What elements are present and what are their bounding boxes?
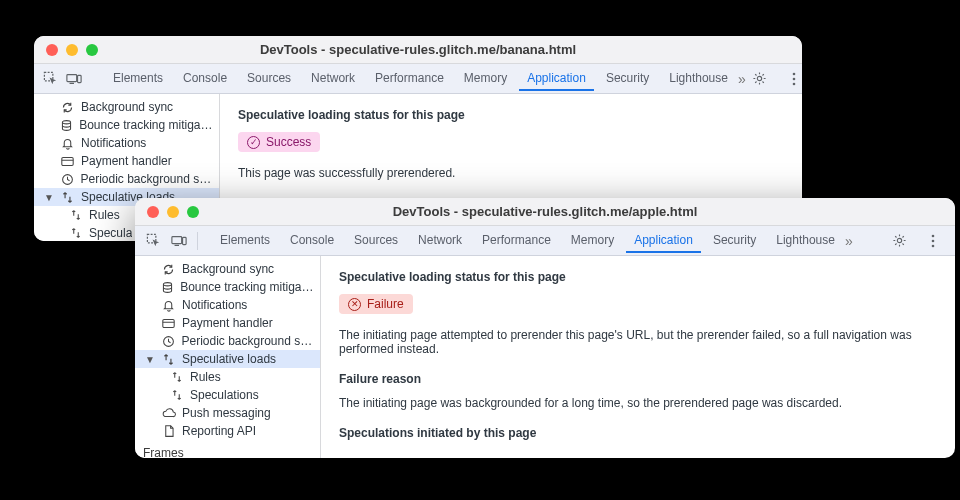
sidebar-item-speculations[interactable]: Speculations	[135, 386, 320, 404]
sidebar-item-periodic-sync[interactable]: Periodic background sync	[34, 170, 219, 188]
tabstrip: Elements Console Sources Network Perform…	[34, 64, 802, 94]
tabs: Elements Console Sources Network Perform…	[212, 228, 843, 253]
status-badge: ✕ Failure	[339, 294, 413, 314]
close-icon[interactable]	[46, 44, 58, 56]
svg-point-17	[163, 282, 171, 285]
more-tabs-icon[interactable]: »	[845, 233, 853, 249]
arrows-icon	[68, 209, 83, 221]
kebab-icon[interactable]	[924, 232, 942, 250]
sidebar-item-label: Specula	[89, 226, 132, 240]
tab-sources[interactable]: Sources	[346, 228, 406, 253]
clock-icon	[60, 173, 75, 186]
status-heading: Speculative loading status for this page	[339, 270, 937, 284]
sidebar-item-label: Reporting API	[182, 424, 256, 438]
sidebar-item-label: Rules	[89, 208, 120, 222]
database-icon	[59, 119, 73, 132]
sidebar-heading-frames: Frames	[135, 440, 320, 458]
sidebar-item-background-sync[interactable]: Background sync	[34, 98, 219, 116]
svg-point-4	[792, 72, 795, 75]
devtools-window-front: DevTools - speculative-rules.glitch.me/a…	[135, 198, 955, 458]
arrows-icon	[169, 389, 184, 401]
tab-performance[interactable]: Performance	[474, 228, 559, 253]
document-icon	[161, 425, 176, 438]
tab-application[interactable]: Application	[626, 228, 701, 253]
check-circle-icon: ✓	[247, 136, 260, 149]
sidebar-item-label: Background sync	[182, 262, 274, 276]
sidebar-item-label: Payment handler	[81, 154, 172, 168]
tab-security[interactable]: Security	[705, 228, 764, 253]
status-badge: ✓ Success	[238, 132, 320, 152]
x-circle-icon: ✕	[348, 298, 361, 311]
sidebar-item-push-messaging[interactable]: Push messaging	[135, 404, 320, 422]
clock-icon	[161, 335, 176, 348]
bell-icon	[60, 137, 75, 150]
device-icon[interactable]	[170, 232, 188, 250]
titlebar: DevTools - speculative-rules.glitch.me/b…	[34, 36, 802, 64]
tab-elements[interactable]: Elements	[105, 66, 171, 91]
tab-lighthouse[interactable]: Lighthouse	[661, 66, 736, 91]
svg-rect-18	[163, 319, 174, 327]
tab-lighthouse[interactable]: Lighthouse	[768, 228, 843, 253]
tab-console[interactable]: Console	[175, 66, 235, 91]
sidebar-item-periodic-sync[interactable]: Periodic background sync	[135, 332, 320, 350]
sidebar-item-label: Background sync	[81, 100, 173, 114]
minimize-icon[interactable]	[167, 206, 179, 218]
svg-rect-12	[183, 237, 187, 244]
sidebar-item-speculative-loads[interactable]: ▼Speculative loads	[135, 350, 320, 368]
database-icon	[160, 281, 174, 294]
card-icon	[161, 318, 176, 329]
speculations-heading: Speculations initiated by this page	[339, 426, 937, 440]
tab-network[interactable]: Network	[303, 66, 363, 91]
sidebar-item-notifications[interactable]: Notifications	[135, 296, 320, 314]
sidebar-item-bounce-tracking[interactable]: Bounce tracking mitigations	[135, 278, 320, 296]
sync-icon	[161, 263, 176, 276]
tab-network[interactable]: Network	[410, 228, 470, 253]
sidebar-item-label: Speculative loads	[182, 352, 276, 366]
caret-down-icon: ▼	[145, 354, 155, 365]
sidebar-item-label: Notifications	[81, 136, 146, 150]
kebab-icon[interactable]	[785, 70, 802, 88]
sidebar-item-rules[interactable]: Rules	[135, 368, 320, 386]
arrows-icon	[161, 353, 176, 366]
svg-point-14	[932, 234, 935, 237]
sidebar-item-reporting-api[interactable]: Reporting API	[135, 422, 320, 440]
tabs: Elements Console Sources Network Perform…	[105, 66, 736, 91]
tab-application[interactable]: Application	[519, 66, 594, 91]
device-icon[interactable]	[66, 70, 82, 88]
sidebar-item-bounce-tracking[interactable]: Bounce tracking mitigations	[34, 116, 219, 134]
sidebar-item-label: Bounce tracking mitigations	[180, 280, 316, 294]
sidebar-item-label: Speculations	[190, 388, 259, 402]
svg-point-16	[932, 244, 935, 247]
sidebar-item-payment-handler[interactable]: Payment handler	[135, 314, 320, 332]
zoom-icon[interactable]	[187, 206, 199, 218]
sidebar-item-notifications[interactable]: Notifications	[34, 134, 219, 152]
divider	[197, 232, 198, 250]
arrows-icon	[60, 191, 75, 204]
minimize-icon[interactable]	[66, 44, 78, 56]
gear-icon[interactable]	[890, 232, 908, 250]
inspect-icon[interactable]	[144, 232, 162, 250]
titlebar: DevTools - speculative-rules.glitch.me/a…	[135, 198, 955, 226]
tab-memory[interactable]: Memory	[563, 228, 622, 253]
arrows-icon	[68, 227, 83, 239]
sidebar-item-background-sync[interactable]: Background sync	[135, 260, 320, 278]
tab-memory[interactable]: Memory	[456, 66, 515, 91]
sidebar-item-label: Periodic background sync	[80, 172, 215, 186]
zoom-icon[interactable]	[86, 44, 98, 56]
tab-performance[interactable]: Performance	[367, 66, 452, 91]
close-icon[interactable]	[147, 206, 159, 218]
gear-icon[interactable]	[751, 70, 769, 88]
window-controls	[46, 44, 98, 56]
cloud-icon	[161, 408, 176, 419]
svg-point-13	[897, 238, 901, 242]
tab-elements[interactable]: Elements	[212, 228, 278, 253]
tab-sources[interactable]: Sources	[239, 66, 299, 91]
sidebar-item-label: Push messaging	[182, 406, 271, 420]
more-tabs-icon[interactable]: »	[738, 71, 746, 87]
content-pane: Speculative loading status for this page…	[321, 256, 955, 458]
tab-security[interactable]: Security	[598, 66, 657, 91]
tab-console[interactable]: Console	[282, 228, 342, 253]
inspect-icon[interactable]	[43, 70, 58, 88]
svg-point-5	[792, 77, 795, 80]
sidebar-item-payment-handler[interactable]: Payment handler	[34, 152, 219, 170]
